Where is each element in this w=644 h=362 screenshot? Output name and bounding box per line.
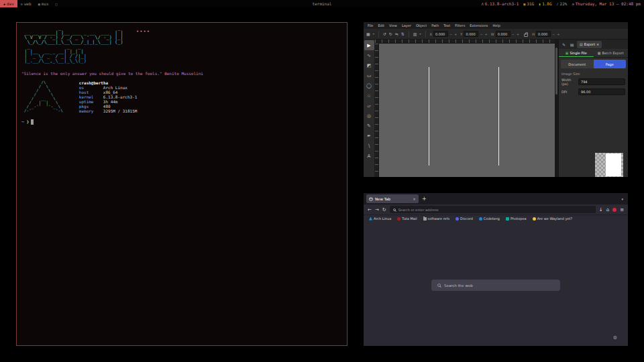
- drawn-path-line-1[interactable]: [429, 67, 429, 166]
- workspace-web-label: web: [24, 1, 32, 6]
- workspace-mux-label: mux: [42, 1, 49, 6]
- tool-box3d[interactable]: ▱: [364, 101, 374, 111]
- menu-edit[interactable]: Edit: [378, 23, 384, 27]
- layers-dock-icon[interactable]: ▤: [569, 42, 575, 47]
- export-dock-tab[interactable]: ▤ Export ×: [577, 41, 602, 48]
- tool-star[interactable]: ☆: [364, 90, 374, 101]
- chevron-down-icon[interactable]: ▾: [373, 32, 374, 36]
- tab-close-icon[interactable]: ×: [413, 196, 416, 201]
- globe-icon: [369, 197, 373, 201]
- width-input[interactable]: 794: [578, 78, 625, 85]
- y-decrement[interactable]: −: [479, 32, 483, 36]
- bookmark-codeberg[interactable]: Codeberg: [479, 217, 500, 221]
- bookmark-photopea[interactable]: Photopea: [506, 217, 527, 221]
- bookmark-folder-software-refs[interactable]: software refs: [423, 217, 449, 221]
- workspace-web[interactable]: ⊙ web: [17, 0, 35, 7]
- reload-button[interactable]: ↻: [382, 207, 386, 213]
- w-increment[interactable]: +: [516, 32, 520, 36]
- inkscape-canvas[interactable]: [379, 44, 555, 177]
- w-input[interactable]: 0.000: [496, 31, 511, 37]
- new-tab-page: Search the web ⚙: [364, 222, 628, 346]
- h-decrement[interactable]: −: [551, 32, 555, 36]
- single-file-tab[interactable]: ▣ Single File: [559, 49, 594, 57]
- menu-extensions[interactable]: Extensions: [470, 23, 488, 27]
- terminal-window[interactable]: _ _ __ __ _____| |__ ___ _ __ ___ | | \ …: [16, 22, 347, 346]
- chevron-down-icon[interactable]: ▾: [419, 32, 421, 36]
- menu-object[interactable]: Object: [416, 23, 427, 27]
- back-button[interactable]: ←: [368, 207, 372, 213]
- y-input[interactable]: 0.000: [464, 31, 478, 37]
- tool-spiral[interactable]: ◎: [364, 111, 374, 121]
- w-decrement[interactable]: −: [511, 32, 515, 36]
- tool-text[interactable]: A: [364, 151, 374, 161]
- personalize-gear-icon[interactable]: ⚙: [613, 335, 617, 341]
- document-button[interactable]: Document: [561, 60, 594, 68]
- volume-module[interactable]: ♪ 22%: [557, 1, 568, 6]
- lock-ratio-icon[interactable]: [524, 34, 528, 37]
- batch-export-tab[interactable]: ▦ Batch Export: [594, 49, 629, 57]
- workspace-mux[interactable]: ▣ mux: [35, 0, 52, 7]
- scrollbar-thumb[interactable]: [555, 48, 557, 95]
- active-tab[interactable]: New Tab ×: [366, 194, 419, 203]
- web-search-input[interactable]: Search the web: [431, 280, 560, 291]
- bookmark-are-we-wayland-yet[interactable]: Are we Wayland yet?: [533, 217, 572, 221]
- tool-node[interactable]: ∿: [364, 50, 374, 60]
- arch-ascii-logo-text: /\ / \ / \ / \ / __ \ / | | \ / _-'' ''-…: [24, 80, 63, 113]
- prompt-path: ~: [21, 119, 24, 125]
- rotate-ccw-icon[interactable]: ↺: [383, 32, 386, 36]
- shell-prompt[interactable]: ~ ❯: [21, 119, 342, 125]
- export-tab-close-icon[interactable]: ×: [596, 42, 599, 46]
- menu-filters[interactable]: Filters: [455, 23, 465, 27]
- spiral-icon: ◎: [367, 113, 371, 119]
- tool-selector[interactable]: ▶: [364, 40, 374, 50]
- menu-file[interactable]: File: [368, 23, 373, 27]
- snap-icon[interactable]: ▥: [413, 32, 417, 36]
- menu-path[interactable]: Path: [431, 23, 439, 27]
- flip-vertical-icon[interactable]: ⇅: [401, 32, 405, 36]
- fetch-row-os: os Arch Linux: [79, 85, 138, 90]
- tool-pen[interactable]: ✒: [364, 131, 374, 141]
- list-tabs-chevron-icon[interactable]: ▾: [621, 197, 625, 201]
- menu-help[interactable]: Help: [492, 23, 500, 27]
- downloads-icon[interactable]: ↓: [599, 207, 603, 213]
- dpi-input[interactable]: 96.00: [578, 88, 625, 95]
- ascii-banner: _ _ __ __ _____| |__ ___ _ __ ___ | | \ …: [21, 26, 342, 64]
- clock-module: ◔ Thursday, Mar 13 — 02:48 pm: [572, 1, 641, 6]
- tool-calligraphy[interactable]: ∖: [364, 141, 374, 151]
- tool-ellipse[interactable]: ◯: [364, 80, 374, 90]
- arch-ascii-logo: /\ / \ / \ / \ / __ \ / | | \ / _-'' ''-…: [21, 80, 63, 113]
- extension-icon[interactable]: [612, 208, 616, 212]
- h-input[interactable]: 0.000: [536, 31, 551, 37]
- x-input[interactable]: 0.000: [433, 31, 448, 37]
- x-field: X 0.000 − +: [430, 31, 458, 37]
- flip-horizontal-icon[interactable]: ⇋: [395, 32, 398, 36]
- edit-dock-icon[interactable]: ✎: [561, 42, 567, 47]
- workspace-dev[interactable]: ◆ dev: [0, 0, 17, 7]
- selection-mode-icon[interactable]: ▦: [366, 32, 370, 36]
- bookmark-tuta-mail[interactable]: Tuta Mail: [397, 217, 417, 221]
- rotate-cw-icon[interactable]: ↻: [389, 32, 392, 36]
- menu-icon[interactable]: ≡: [620, 207, 624, 213]
- forward-button[interactable]: →: [375, 207, 379, 213]
- page-button[interactable]: Page: [594, 60, 627, 68]
- menu-layer[interactable]: Layer: [402, 23, 411, 27]
- browser-nav-bar: ← → ↻ Search or enter address ↓ ⌂ ≡: [364, 204, 628, 215]
- menu-text[interactable]: Text: [443, 23, 450, 27]
- menu-view[interactable]: View: [389, 23, 397, 27]
- workspace-4[interactable]: □: [52, 0, 61, 7]
- home-icon[interactable]: ⌂: [606, 207, 609, 213]
- pen-icon: ✒: [367, 133, 371, 139]
- drawn-path-line-2[interactable]: [498, 67, 499, 166]
- tool-pencil[interactable]: ✎: [364, 121, 374, 131]
- y-increment[interactable]: +: [484, 32, 488, 36]
- url-bar[interactable]: Search or enter address: [390, 206, 596, 213]
- tool-rectangle[interactable]: ▭: [364, 70, 374, 80]
- bookmark-arch-linux[interactable]: Arch Linux: [369, 217, 391, 221]
- tool-shape-builder[interactable]: ◩: [364, 60, 374, 70]
- x-increment[interactable]: +: [453, 32, 458, 36]
- new-tab-button[interactable]: +: [422, 196, 427, 202]
- h-increment[interactable]: +: [556, 32, 560, 36]
- x-decrement[interactable]: −: [449, 32, 453, 36]
- bookmark-discord[interactable]: Discord: [455, 217, 473, 221]
- batch-export-icon: ▦: [598, 51, 601, 55]
